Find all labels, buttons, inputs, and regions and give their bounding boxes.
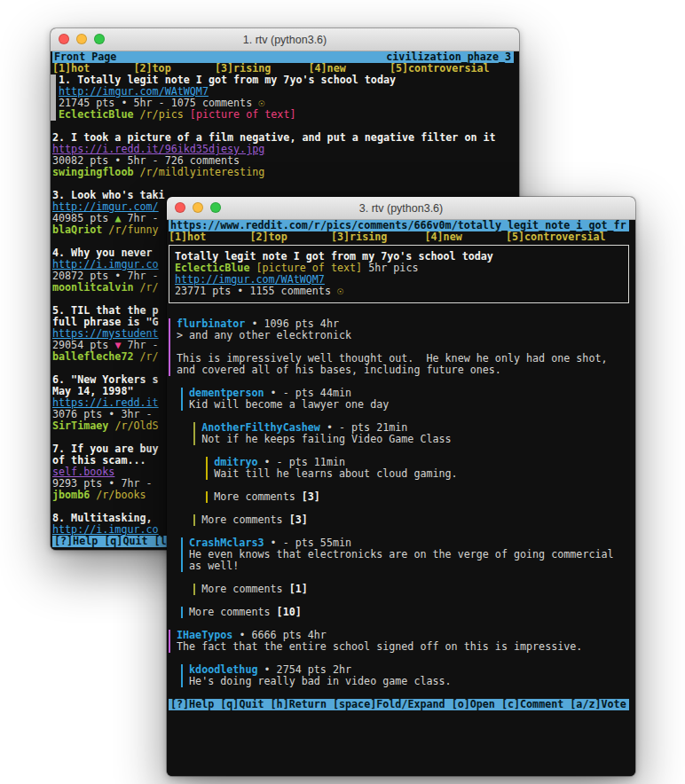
- comment-count: [3]: [302, 490, 320, 503]
- url-link[interactable]: http://i.imgur.co: [52, 258, 159, 270]
- comment-depth-bar: [181, 549, 189, 561]
- comment-depth-bar: [181, 399, 189, 411]
- comment-author: IHaeTypos: [177, 629, 232, 641]
- text-segment: 7hr -: [121, 212, 164, 224]
- text-segment: 7hr -: [121, 339, 158, 351]
- comment-depth-bar: [181, 676, 189, 687]
- subreddit-label: /r/OldS: [114, 419, 158, 432]
- username: EclecticBlue: [175, 262, 249, 274]
- comment-author: CrashMclars3: [189, 537, 264, 549]
- comment-author: dmitryo: [214, 456, 257, 468]
- text-segment: [169, 456, 206, 468]
- comment-depth-bar: [169, 353, 177, 365]
- text-segment: [169, 467, 206, 480]
- terminal-window-comments: 3. rtv (python3.6) https://www.reddit.co…: [167, 197, 635, 776]
- text-segment: • - pts 44min: [264, 387, 352, 399]
- url-link[interactable]: https://i.redd.it: [52, 396, 159, 409]
- post-title: Totally legit note I got from my 7yo's s…: [175, 250, 493, 263]
- terminal-content: https://www.reddit.com/r/pics/comments/6…: [167, 220, 635, 776]
- subreddit-label: /r/books: [96, 489, 146, 501]
- text-segment: • 1096 pts 4hr: [245, 318, 339, 330]
- text-segment: [169, 583, 193, 595]
- text-segment: [133, 350, 139, 363]
- url-link[interactable]: http://imgur.com/WAtWQM7: [59, 85, 209, 98]
- close-button[interactable]: [59, 34, 69, 44]
- post-title: 4. Why you never: [52, 247, 159, 259]
- username: blaQriot: [52, 223, 102, 236]
- post-byline-row: swingingfloob /r/mildlyinteresting: [52, 167, 519, 178]
- comment-body-row: as well!: [169, 561, 635, 572]
- submission-box: Totally legit note I got from my 7yo's s…: [169, 245, 629, 303]
- text-segment: [133, 166, 139, 178]
- gilded-icon: ☉: [258, 97, 264, 109]
- username: SirTimaey: [52, 419, 108, 432]
- comment-count: [1]: [289, 583, 308, 595]
- comment-depth-bar: [193, 514, 201, 526]
- post-title: of this scam...: [52, 454, 146, 466]
- comment-body-row: Kid will become a lawyer one day: [169, 399, 635, 411]
- text-segment: More comments: [189, 606, 277, 618]
- text-segment: and covered all of his bases, including …: [177, 364, 501, 376]
- sort-menu[interactable]: [1]hot [2]top [3]rising [4]new [5]contro…: [169, 231, 635, 243]
- text-segment: 29054 pts: [52, 339, 114, 351]
- comment-depth-bar: [206, 457, 214, 468]
- url-link[interactable]: https://i.redd.it/96ikd35djesy.jpg: [52, 143, 264, 155]
- traffic-lights: [59, 34, 105, 44]
- comment-depth-bar: [169, 341, 177, 353]
- url-link[interactable]: https://mystudent: [52, 327, 159, 340]
- post-stats: 23771 pts • 1155 comments: [175, 285, 337, 297]
- text-segment: Wait till he learns about cloud gaming.: [214, 467, 457, 480]
- comment-depth-bar: [206, 468, 214, 480]
- post-title: 2. I took a picture of a film negative, …: [52, 131, 496, 144]
- text-segment: [169, 490, 206, 503]
- minimize-button[interactable]: [193, 202, 203, 213]
- titlebar[interactable]: 3. rtv (python3.6): [167, 197, 635, 220]
- url-link[interactable]: http://imgur.com/WAtWQM7: [175, 273, 325, 286]
- text-segment: [169, 606, 181, 618]
- comment-depth-bar: [181, 388, 189, 399]
- comment-depth-bar: [193, 422, 201, 434]
- comment-body-row: The fact that the entire school signed o…: [169, 641, 635, 653]
- url-link[interactable]: self.books: [52, 466, 114, 478]
- minimize-button[interactable]: [76, 34, 87, 44]
- text-segment: 21745 pts • 5hr - 1075 comments: [52, 97, 258, 109]
- comment-body-row: Not if he keeps failing Video Game Class: [169, 434, 635, 445]
- comment-body-row: Wait till he learns about cloud gaming.: [169, 468, 635, 480]
- post-title: 3. Look who's taki: [52, 189, 165, 201]
- titlebar[interactable]: 1. rtv (python3.6): [51, 28, 519, 51]
- post-tag: [picture of text]: [190, 108, 296, 121]
- close-button[interactable]: [175, 202, 185, 213]
- zoom-button[interactable]: [94, 34, 105, 44]
- subreddit-label: /r/pics: [140, 108, 184, 121]
- selection-cursor: [51, 74, 56, 121]
- comment-depth-bar: [169, 641, 177, 653]
- text-segment: 40985 pts: [52, 212, 114, 224]
- text-segment: 30082 pts • 5hr - 726 comments: [52, 154, 240, 167]
- zoom-button[interactable]: [210, 202, 221, 213]
- text-segment: [169, 514, 193, 526]
- submission-stats-row: 23771 pts • 1155 comments ☉: [175, 286, 628, 297]
- text-segment: [169, 421, 193, 434]
- text-segment: • - pts 21min: [320, 421, 408, 434]
- username: EclecticBlue: [59, 108, 133, 121]
- post-title: May 14, 1998": [52, 385, 133, 397]
- comment-depth-bar: [181, 561, 189, 572]
- comment-author: flurbinator: [177, 318, 245, 330]
- post-title: full phrase is "G: [52, 316, 159, 328]
- username: jbomb6: [52, 489, 90, 501]
- comment-depth-bar: [206, 491, 214, 503]
- text-segment: > and any other elecktronick: [177, 329, 351, 341]
- subreddit-label: /r/: [140, 350, 159, 363]
- window-title: 3. rtv (python3.6): [359, 202, 444, 215]
- subreddit-label: /r/mildlyinteresting: [140, 166, 265, 178]
- comment-depth-bar: [169, 365, 177, 376]
- more-comments-row: More comments [3]: [169, 491, 635, 503]
- comment-depth-bar: [169, 318, 177, 330]
- url-link[interactable]: http://i.imgur.co: [52, 523, 159, 536]
- subreddit-label: /r/: [140, 281, 159, 294]
- text-segment: 9293 pts • 7hr -: [52, 477, 159, 490]
- comment-count: [3]: [289, 514, 308, 526]
- post-meta: 5hr pics: [362, 262, 418, 274]
- url-link[interactable]: http://imgur.com/: [52, 200, 159, 213]
- more-comments-row: More comments [10]: [169, 607, 635, 618]
